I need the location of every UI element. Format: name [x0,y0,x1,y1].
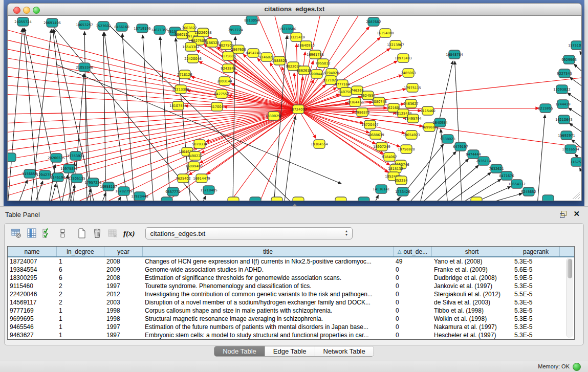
citation-edge-black[interactable] [143,35,154,201]
graph-node-1527602[interactable]: 1527602 [96,21,111,30]
graph-node-17957223[interactable]: 17957223 [84,178,102,187]
table-cell[interactable]: 18724007 [8,257,57,266]
table-cell[interactable]: Estimation of significance thresholds fo… [143,274,394,282]
table-cell[interactable]: 2003 [104,298,143,307]
graph-node-clipped[interactable] [161,197,172,201]
citation-edge-black[interactable] [116,197,121,201]
table-cell[interactable]: 49 [394,257,432,266]
table-cell[interactable]: 5.6E-5 [512,266,560,274]
column-header-out-de-[interactable]: △out_de... [394,247,432,256]
citation-edge-black[interactable] [104,32,128,201]
table-cell[interactable]: 9777169 [8,307,57,315]
table-cell[interactable]: 6 [57,274,104,282]
table-cell[interactable]: 9463627 [8,331,57,339]
table-cell[interactable]: 1 [57,257,104,266]
table-cell[interactable]: 6 [57,266,104,274]
citation-edge-red[interactable] [8,110,298,198]
table-row[interactable]: 1872400712008Changes of HCN gene express… [8,257,574,266]
table-cell[interactable]: 9115460 [8,282,57,290]
table-cell[interactable]: 0 [394,290,432,298]
graph-node-9227343[interactable]: 9227343 [557,69,572,78]
graph-node-6479197[interactable]: 6479197 [453,142,468,151]
graph-node-8471676[interactable]: 8471676 [499,171,514,180]
graph-node-19654923[interactable]: 19654923 [403,130,420,139]
table-cell[interactable]: Tibbo et al. (1998) [432,307,512,315]
table-cell[interactable]: Dudbridge et al. (2008) [432,274,512,282]
table-cell[interactable]: Hescheler et al. (1997) [432,331,512,339]
table-cell[interactable]: Stergiakouli et al. (2012) [432,290,512,298]
graph-node-8186328[interactable]: 8186328 [204,38,219,47]
graph-node-1640954[interactable]: 1640954 [432,118,447,127]
graph-node-clipped[interactable] [335,197,346,201]
tab-network-table[interactable]: Network Table [315,346,374,356]
graph-node-clipped[interactable] [228,197,239,201]
table-cell[interactable]: 1998 [104,315,143,323]
graph-node-1244419[interactable]: 1244419 [555,100,570,108]
graph-node-15692971[interactable]: 15692971 [558,131,575,140]
table-row[interactable]: 977716911998Corpus callosum shape and si… [8,307,574,315]
graph-node-15751074[interactable]: 15751074 [568,41,581,50]
table-row[interactable]: 2242004622012Investigating the contribut… [8,290,574,298]
graph-node-clipped[interactable] [271,197,282,201]
table-cell[interactable]: 5.3E-5 [512,323,560,331]
graph-node-clipped[interactable] [542,195,554,201]
table-cell[interactable]: Genome-wide association studies in ADHD. [143,266,394,274]
table-cell[interactable]: 5.5E-5 [512,290,560,298]
graph-node-2803144[interactable]: 2803144 [217,77,232,85]
graph-node-417004[interactable]: 417004 [210,102,223,111]
citation-edge-black[interactable] [160,36,170,201]
table-cell[interactable]: Jankovic et al. (1997) [432,282,512,290]
citation-edge-black[interactable] [395,198,400,201]
table-cell[interactable]: 0 [394,331,432,339]
table-cell[interactable]: 2 [57,282,104,290]
graph-node-3175685[interactable]: 3175685 [221,52,235,60]
graph-node-8427552[interactable]: 8427552 [214,90,229,98]
graph-node-18640910[interactable]: 18640910 [297,41,315,50]
graph-node-5878334[interactable]: 5878334 [192,140,207,148]
table-cell[interactable]: 1 [57,331,104,339]
graph-node-clipped[interactable] [293,197,304,201]
table-cell[interactable]: 1997 [104,331,143,339]
table-row[interactable]: 946554611997Estimation of the future num… [8,323,574,331]
citation-edge-red[interactable] [8,57,298,110]
graph-node-16848784[interactable]: 16848784 [446,50,463,59]
table-cell[interactable]: 0 [394,282,432,290]
function-builder-icon[interactable]: f(x) [123,229,135,238]
table-cell[interactable]: 1997 [104,282,143,290]
citation-edge-black[interactable] [201,196,206,201]
table-cell[interactable]: Disruption of a novel member of a sodium… [143,298,394,307]
graph-node-13325419[interactable]: 13325419 [288,33,305,41]
citation-edge-black[interactable] [569,108,581,118]
close-panel-icon[interactable]: ✕ [573,210,580,217]
graph-node-3624554[interactable]: 3624554 [360,91,375,100]
table-cell[interactable]: 14569117 [8,298,57,307]
graph-node-1080748[interactable]: 1080748 [372,97,386,106]
table-cell[interactable]: 2012 [104,290,143,298]
table-cell[interactable]: 0 [394,323,432,331]
table-cell[interactable]: 2008 [104,257,143,266]
graph-node-15718485[interactable]: 15718485 [200,186,217,194]
table-cell[interactable]: Changes of HCN gene expression and I(f) … [143,257,394,266]
citation-edge-black[interactable] [580,168,581,177]
table-cell[interactable]: Tourette syndrome. Phenomenology and cla… [143,282,394,290]
graph-node-16154808[interactable]: 16154808 [377,29,394,37]
graph-node-16782759[interactable]: 16782759 [115,187,133,195]
graph-node-17353924[interactable]: 17353924 [67,151,84,160]
table-cell[interactable]: 0 [394,307,432,315]
graph-node-7485063[interactable]: 7485063 [401,69,416,77]
table-cell[interactable]: 5.3E-5 [512,315,560,323]
graph-node-15720407[interactable]: 15720407 [361,120,379,129]
graph-node-2718126[interactable]: 2718126 [177,70,192,79]
column-header-in-degree[interactable]: in_degree [57,247,104,256]
table-cell[interactable]: 22420046 [8,290,57,298]
graph-node-1156859[interactable]: 1156859 [22,169,37,178]
graph-node-21053346[interactable]: 21053346 [76,63,93,72]
graph-node-9245652[interactable]: 9245652 [521,187,536,196]
graph-node-10688639[interactable]: 10688639 [367,130,384,139]
citation-edge-red[interactable] [200,110,298,163]
new-table-icon[interactable] [75,227,89,240]
graph-node-24055724[interactable]: 24055724 [14,17,32,26]
graph-node-8813054[interactable]: 8813054 [244,16,259,25]
graph-node-4498222[interactable]: 4498222 [187,151,202,160]
graph-node-2935114[interactable]: 2935114 [476,157,491,165]
